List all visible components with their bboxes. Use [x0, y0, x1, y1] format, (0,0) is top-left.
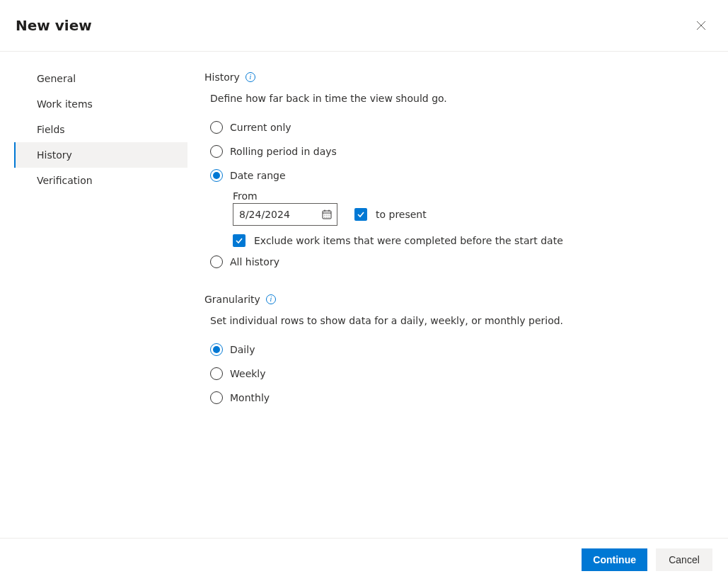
sidebar-item-history[interactable]: History	[14, 142, 187, 168]
radio-current-only[interactable]: Current only	[210, 115, 714, 139]
sidebar: General Work items Fields History Verifi…	[0, 66, 187, 410]
radio-input[interactable]	[210, 367, 223, 380]
section-title: Granularity	[204, 294, 260, 305]
sidebar-item-fields[interactable]: Fields	[14, 117, 187, 142]
to-present-label: to present	[376, 209, 427, 220]
radio-input[interactable]	[210, 255, 223, 268]
sidebar-item-label: Verification	[37, 175, 93, 186]
date-range-subsection: From 8/24/2024	[233, 190, 714, 247]
close-icon	[696, 21, 706, 30]
sidebar-item-label: Work items	[37, 98, 93, 110]
radio-label: Weekly	[230, 368, 266, 379]
to-present-checkbox[interactable]	[354, 208, 367, 221]
dialog-body: General Work items Fields History Verifi…	[0, 52, 728, 410]
radio-label: Date range	[230, 170, 286, 181]
svg-point-6	[328, 214, 329, 215]
radio-label: Daily	[230, 344, 255, 355]
from-date-input[interactable]: 8/24/2024	[233, 203, 337, 226]
exclude-row[interactable]: Exclude work items that were completed b…	[233, 234, 714, 247]
sidebar-item-verification[interactable]: Verification	[14, 168, 187, 193]
granularity-description: Set individual rows to show data for a d…	[210, 315, 714, 326]
info-icon[interactable]: i	[245, 72, 255, 82]
radio-daily[interactable]: Daily	[210, 338, 714, 362]
radio-label: Rolling period in days	[230, 146, 337, 157]
history-description: Define how far back in time the view sho…	[210, 93, 714, 104]
radio-label: Current only	[230, 122, 291, 133]
svg-point-4	[324, 214, 325, 215]
cancel-button[interactable]: Cancel	[656, 548, 712, 571]
radio-input[interactable]	[210, 145, 223, 158]
radio-input[interactable]	[210, 121, 223, 134]
section-title: History	[204, 71, 240, 83]
exclude-label: Exclude work items that were completed b…	[254, 235, 563, 246]
from-label: From	[233, 190, 714, 202]
radio-date-range[interactable]: Date range	[210, 163, 714, 188]
from-row: 8/24/2024	[233, 203, 714, 226]
radio-label: Monthly	[230, 392, 270, 403]
from-date-value: 8/24/2024	[239, 209, 290, 220]
page-title: New view	[16, 17, 92, 34]
sidebar-item-general[interactable]: General	[14, 66, 187, 91]
svg-point-5	[326, 214, 327, 215]
info-icon[interactable]: i	[266, 294, 276, 304]
to-present-row[interactable]: to present	[354, 208, 427, 221]
history-title-row: History i	[204, 71, 714, 83]
granularity-section: Granularity i Set individual rows to sho…	[204, 294, 714, 410]
radio-input[interactable]	[210, 391, 223, 404]
radio-monthly[interactable]: Monthly	[210, 386, 714, 410]
sidebar-item-label: General	[37, 73, 76, 84]
dialog-footer: Continue Cancel	[0, 538, 728, 581]
sidebar-item-label: History	[37, 149, 72, 161]
granularity-title-row: Granularity i	[204, 294, 714, 305]
exclude-checkbox[interactable]	[233, 234, 245, 247]
continue-button[interactable]: Continue	[582, 548, 647, 571]
sidebar-item-label: Fields	[37, 124, 65, 135]
radio-input[interactable]	[210, 169, 223, 182]
svg-point-7	[324, 217, 325, 217]
close-button[interactable]	[690, 14, 712, 37]
svg-point-9	[328, 217, 329, 217]
svg-point-8	[326, 217, 327, 217]
check-icon	[235, 236, 243, 245]
radio-weekly[interactable]: Weekly	[210, 362, 714, 386]
check-icon	[357, 210, 365, 219]
dialog-header: New view	[0, 0, 728, 52]
radio-all-history[interactable]: All history	[210, 250, 714, 274]
content-area: History i Define how far back in time th…	[187, 66, 728, 410]
radio-rolling-period[interactable]: Rolling period in days	[210, 139, 714, 163]
sidebar-item-work-items[interactable]: Work items	[14, 91, 187, 117]
calendar-icon[interactable]	[321, 209, 333, 220]
radio-input[interactable]	[210, 343, 223, 356]
radio-label: All history	[230, 256, 279, 268]
